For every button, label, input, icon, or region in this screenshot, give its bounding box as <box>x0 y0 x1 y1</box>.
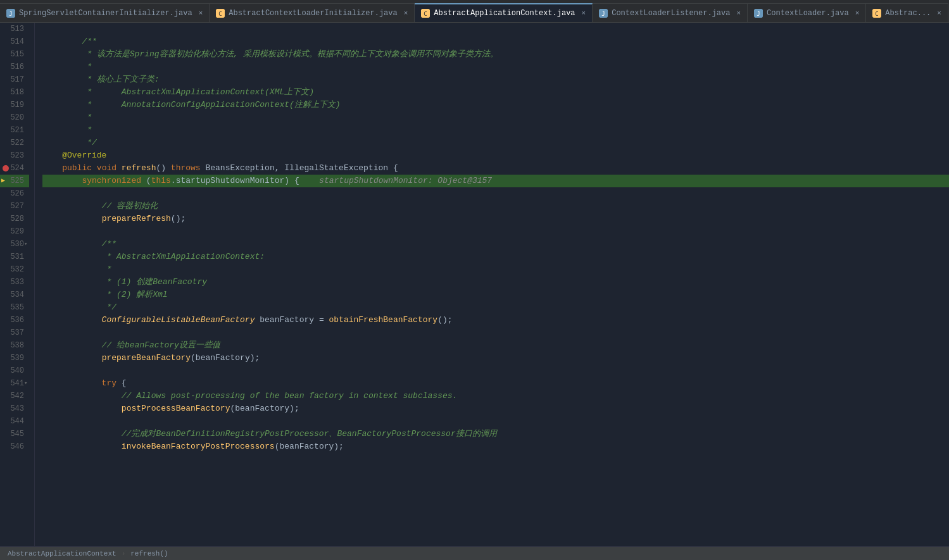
gutter-line: 532 <box>0 263 29 276</box>
gutter-line: 533 <box>0 276 29 289</box>
code-line-520: * <box>42 111 949 124</box>
svg-text:C: C <box>876 11 879 17</box>
svg-text:C: C <box>424 11 427 17</box>
java-file-icon: J <box>599 9 608 18</box>
gutter-line: 515 <box>0 48 29 61</box>
line-number-gutter: 513 514 515 516 517 518 519 520 521 522 … <box>0 23 35 546</box>
tab-label: SpringServletContainerInitializer.java <box>19 9 192 18</box>
code-line-521: * <box>42 124 949 137</box>
fold-icon[interactable]: ▾ <box>24 238 27 251</box>
gutter-line: 536 <box>0 314 29 327</box>
svg-text:J: J <box>757 11 760 17</box>
gutter-line-debug: ▶ 525 <box>0 175 29 187</box>
code-line-534: * (2) 解析Xml <box>42 289 949 301</box>
code-line-533: * (1) 创建BeanFacotry <box>42 276 949 289</box>
java-file-icon: C <box>421 9 430 18</box>
tab-close-icon[interactable]: × <box>582 9 586 17</box>
gutter-line: 539 <box>0 352 29 364</box>
code-line-514: /** <box>42 35 949 48</box>
code-line-524: public void refresh() throws BeansExcept… <box>42 162 949 175</box>
svg-text:J: J <box>601 11 605 17</box>
tab-abstract-app-context[interactable]: C AbstractApplicationContext.java × <box>415 3 593 22</box>
gutter-line: 519 <box>0 99 29 111</box>
tab-bar: J SpringServletContainerInitializer.java… <box>0 0 949 23</box>
tab-spring-servlet[interactable]: J SpringServletContainerInitializer.java… <box>0 3 210 22</box>
tab-abstrac-ellipsis[interactable]: C Abstrac... × <box>866 3 948 22</box>
tab-context-loader-listener[interactable]: J ContextLoaderListener.java × <box>593 3 748 22</box>
code-line-516: * <box>42 61 949 73</box>
code-line-532: * <box>42 263 949 276</box>
java-file-icon: J <box>754 9 763 18</box>
tab-close-icon[interactable]: × <box>937 9 941 17</box>
code-line-518: * AbstractXmlApplicationContext(XML上下文) <box>42 86 949 99</box>
gutter-line: ▾ 530 <box>0 238 29 251</box>
code-line-540 <box>42 364 949 377</box>
tab-label: ContextLoaderListener.java <box>612 9 730 18</box>
code-line-525: synchronized (this.startupShutdownMonito… <box>42 175 949 187</box>
editor-area: 513 514 515 516 517 518 519 520 521 522 … <box>0 23 949 546</box>
gutter-line: 546 <box>0 440 29 453</box>
gutter-line: ▾ 541 <box>0 377 29 390</box>
gutter-line: 523 <box>0 149 29 162</box>
debug-arrow-icon: ▶ <box>1 175 5 187</box>
gutter-line: 527 <box>0 200 29 213</box>
status-method: refresh() <box>130 550 168 557</box>
code-line-537 <box>42 327 949 339</box>
code-line-545: //完成对BeanDefinitionRegistryPostProcessor… <box>42 428 949 440</box>
tab-close-icon[interactable]: × <box>404 9 408 17</box>
gutter-line: 540 <box>0 364 29 377</box>
code-line-528: prepareRefresh(); <box>42 213 949 225</box>
tab-abstract-context-loader[interactable]: C AbstractContextLoaderInitializer.java … <box>210 3 415 22</box>
code-line-544 <box>42 415 949 428</box>
gutter-line: 534 <box>0 289 29 301</box>
gutter-line: 545 <box>0 428 29 440</box>
gutter-line: 516 <box>0 61 29 73</box>
gutter-line: 543 <box>0 402 29 415</box>
fold-icon[interactable]: ▾ <box>24 377 27 390</box>
svg-text:C: C <box>219 11 222 17</box>
gutter-line: 544 <box>0 415 29 428</box>
tab-label: AbstractApplicationContext.java <box>434 9 575 18</box>
code-line-531: * AbstractXmlApplicationContext: <box>42 251 949 263</box>
gutter-line: 513 <box>0 23 29 35</box>
gutter-line: 531 <box>0 251 29 263</box>
code-line-529 <box>42 225 949 238</box>
gutter-line: 535 <box>0 301 29 314</box>
code-editor[interactable]: /** * 该方法是Spring容器初始化核心方法, 采用模板设计模式。根据不同… <box>35 23 949 546</box>
code-line-526 <box>42 187 949 200</box>
tab-label: AbstractContextLoaderInitializer.java <box>229 9 397 18</box>
tab-close-icon[interactable]: × <box>855 9 860 17</box>
status-bar: AbstractApplicationContext › refresh() <box>0 546 949 560</box>
code-line-538: // 给beanFactory设置一些值 <box>42 339 949 352</box>
gutter-line: 520 <box>0 111 29 124</box>
tab-close-icon[interactable]: × <box>199 9 203 17</box>
java-file-icon: J <box>6 9 15 18</box>
code-line-535: */ <box>42 301 949 314</box>
code-line-522: */ <box>42 137 949 149</box>
code-line-523: @Override <box>42 149 949 162</box>
code-line-541: try { <box>42 377 949 390</box>
gutter-line: 514 <box>0 35 29 48</box>
gutter-line: 526 <box>0 187 29 200</box>
tab-close-icon[interactable]: × <box>736 9 741 17</box>
code-line-530: /** <box>42 238 949 251</box>
code-line-515: * 该方法是Spring容器初始化核心方法, 采用模板设计模式。根据不同的上下文… <box>42 48 949 61</box>
gutter-line-breakpoint[interactable]: 524 <box>0 162 29 175</box>
java-file-icon: C <box>216 9 225 18</box>
code-line-513 <box>42 23 949 35</box>
java-file-icon: C <box>872 9 881 18</box>
gutter-line: 528 <box>0 213 29 225</box>
gutter-line: 521 <box>0 124 29 137</box>
gutter-line: 537 <box>0 327 29 339</box>
gutter-line: 517 <box>0 73 29 86</box>
gutter-line: 522 <box>0 137 29 149</box>
code-line-517: * 核心上下文子类: <box>42 73 949 86</box>
code-line-527: // 容器初始化 <box>42 200 949 213</box>
tab-label: ContextLoader.java <box>767 9 849 18</box>
code-line-546: invokeBeanFactoryPostProcessors(beanFact… <box>42 440 949 453</box>
gutter-line: 538 <box>0 339 29 352</box>
tab-label: Abstrac... <box>885 9 931 18</box>
tab-context-loader[interactable]: J ContextLoader.java × <box>748 3 866 22</box>
gutter-line: 542 <box>0 390 29 402</box>
code-line-543: postProcessBeanFactory(beanFactory); <box>42 402 949 415</box>
